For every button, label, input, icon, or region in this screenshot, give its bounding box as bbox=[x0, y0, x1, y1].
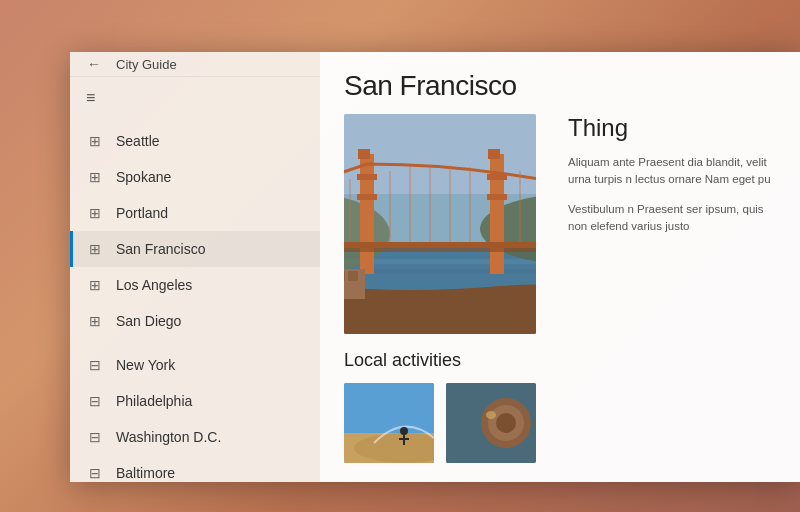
sidebar-item-los-angeles[interactable]: ⊞ Los Angeles bbox=[70, 267, 320, 303]
sidebar: ← City Guide ≡ ⊞ Seattle ⊞ Spokane ⊞ Por… bbox=[70, 52, 320, 482]
content-header: San Francisco bbox=[320, 52, 800, 114]
svg-rect-27 bbox=[344, 248, 536, 252]
svg-rect-12 bbox=[487, 194, 507, 200]
city-icon-philadelphia: ⊟ bbox=[86, 392, 104, 410]
sidebar-section-west: ⊞ Seattle ⊞ Spokane ⊞ Portland ⊞ San Fra… bbox=[70, 119, 320, 343]
city-icon-baltimore: ⊟ bbox=[86, 464, 104, 482]
svg-rect-10 bbox=[357, 194, 377, 200]
back-button[interactable]: ← bbox=[82, 52, 106, 76]
app-title: City Guide bbox=[116, 57, 177, 72]
city-icon-spokane: ⊞ bbox=[86, 168, 104, 186]
svg-point-35 bbox=[400, 427, 408, 435]
activity-cards bbox=[344, 383, 536, 463]
activity-card-food[interactable] bbox=[446, 383, 536, 463]
sidebar-label-san-francisco: San Francisco bbox=[116, 241, 205, 257]
main-content: San Francisco bbox=[320, 52, 800, 482]
svg-rect-26 bbox=[344, 242, 536, 248]
things-paragraph-1: Aliquam ante Praesent dia blandit, velit… bbox=[568, 154, 784, 189]
sidebar-label-seattle: Seattle bbox=[116, 133, 160, 149]
sidebar-label-baltimore: Baltimore bbox=[116, 465, 175, 481]
sidebar-item-baltimore[interactable]: ⊟ Baltimore bbox=[70, 455, 320, 482]
sidebar-item-san-diego[interactable]: ⊞ San Diego bbox=[70, 303, 320, 339]
left-panel: Local activities bbox=[320, 114, 560, 482]
sidebar-section-east: ⊟ New York ⊟ Philadelphia ⊟ Washington D… bbox=[70, 343, 320, 482]
menu-button[interactable]: ≡ bbox=[70, 81, 320, 115]
right-panel: Thing Aliquam ante Praesent dia blandit,… bbox=[560, 114, 800, 482]
city-icon-san-diego: ⊞ bbox=[86, 312, 104, 330]
things-to-do-title: Thing bbox=[568, 114, 784, 142]
app-window: ← City Guide ≡ ⊞ Seattle ⊞ Spokane ⊞ Por… bbox=[70, 52, 800, 482]
sidebar-label-philadelphia: Philadelphia bbox=[116, 393, 192, 409]
sidebar-item-seattle[interactable]: ⊞ Seattle bbox=[70, 123, 320, 159]
page-title: San Francisco bbox=[344, 70, 776, 102]
city-icon-san-francisco: ⊞ bbox=[86, 240, 104, 258]
svg-rect-14 bbox=[488, 149, 500, 159]
sidebar-label-new-york: New York bbox=[116, 357, 175, 373]
svg-rect-30 bbox=[344, 271, 345, 281]
sidebar-item-portland[interactable]: ⊞ Portland bbox=[70, 195, 320, 231]
svg-rect-31 bbox=[348, 271, 358, 281]
city-icon-los-angeles: ⊞ bbox=[86, 276, 104, 294]
sidebar-label-portland: Portland bbox=[116, 205, 168, 221]
sidebar-item-new-york[interactable]: ⊟ New York bbox=[70, 347, 320, 383]
things-paragraph-2: Vestibulum n Praesent ser ipsum, quis no… bbox=[568, 201, 784, 236]
sidebar-item-san-francisco[interactable]: ⊞ San Francisco bbox=[70, 231, 320, 267]
city-icon-new-york: ⊟ bbox=[86, 356, 104, 374]
local-activities-title: Local activities bbox=[344, 350, 536, 371]
city-icon-portland: ⊞ bbox=[86, 204, 104, 222]
city-icon-seattle: ⊞ bbox=[86, 132, 104, 150]
sidebar-label-los-angeles: Los Angeles bbox=[116, 277, 192, 293]
svg-point-42 bbox=[486, 411, 496, 419]
svg-rect-9 bbox=[357, 174, 377, 180]
city-image bbox=[344, 114, 536, 334]
sidebar-item-washington-dc[interactable]: ⊟ Washington D.C. bbox=[70, 419, 320, 455]
city-icon-washington-dc: ⊟ bbox=[86, 428, 104, 446]
sidebar-item-spokane[interactable]: ⊞ Spokane bbox=[70, 159, 320, 195]
svg-rect-7 bbox=[360, 154, 374, 274]
sidebar-label-spokane: Spokane bbox=[116, 169, 171, 185]
sidebar-label-washington-dc: Washington D.C. bbox=[116, 429, 221, 445]
content-body: Local activities bbox=[320, 114, 800, 482]
svg-rect-13 bbox=[358, 149, 370, 159]
activity-card-surf[interactable] bbox=[344, 383, 434, 463]
sidebar-header: ← City Guide bbox=[70, 52, 320, 77]
sidebar-label-san-diego: San Diego bbox=[116, 313, 181, 329]
svg-point-41 bbox=[496, 413, 516, 433]
sidebar-item-philadelphia[interactable]: ⊟ Philadelphia bbox=[70, 383, 320, 419]
